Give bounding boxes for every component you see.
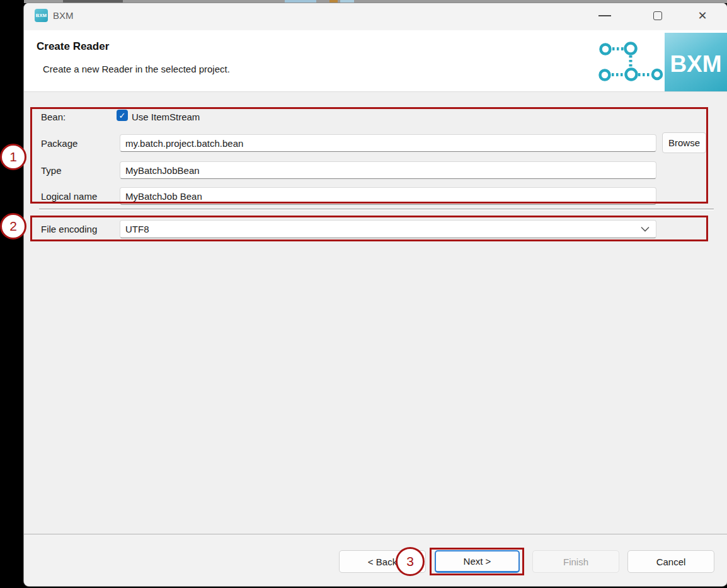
logical-name-label: Logical name (41, 191, 97, 202)
file-encoding-label: File encoding (41, 224, 97, 234)
logical-name-input[interactable] (120, 187, 656, 205)
use-itemstream-label: Use ItemStream (132, 112, 200, 122)
title-bar (24, 3, 727, 30)
browse-button[interactable]: Browse (662, 132, 706, 153)
cancel-button[interactable]: Cancel (627, 550, 714, 573)
minimize-button[interactable] (589, 5, 621, 26)
type-label: Type (41, 165, 62, 176)
screenshot-root: BXM BXM ✕ Create Reader Create a new Rea… (0, 0, 727, 588)
close-icon: ✕ (697, 10, 707, 21)
type-input[interactable] (120, 161, 656, 179)
package-input[interactable] (120, 134, 656, 152)
package-label: Package (41, 138, 77, 149)
chevron-down-icon (641, 226, 650, 232)
file-encoding-select[interactable]: UTF8 (120, 220, 656, 238)
file-encoding-value: UTF8 (125, 224, 641, 234)
bean-label: Bean: (41, 112, 66, 122)
group-separator (39, 209, 714, 210)
annotation-step-1: 1 (0, 144, 26, 170)
page-title: Create Reader (37, 40, 109, 53)
maximize-button[interactable] (642, 5, 673, 26)
window-title: BXM (53, 10, 74, 21)
use-itemstream-checkbox[interactable]: ✓ (117, 110, 128, 121)
node-graph-icon (596, 37, 665, 82)
next-button[interactable]: Next > (435, 550, 520, 573)
minimize-icon (598, 15, 611, 16)
maximize-icon (653, 11, 662, 20)
finish-button[interactable]: Finish (532, 550, 619, 573)
close-button[interactable]: ✕ (687, 5, 718, 26)
bxm-app-icon: BXM (35, 9, 48, 22)
annotation-step-2: 2 (0, 213, 26, 239)
checkmark-icon: ✓ (119, 111, 126, 120)
bxm-brand-logo: BXM (665, 33, 727, 91)
annotation-step-3: 3 (396, 547, 425, 576)
bxm-logo-text: BXM (670, 47, 721, 78)
page-subtitle: Create a new Reader in the selected proj… (43, 64, 230, 74)
